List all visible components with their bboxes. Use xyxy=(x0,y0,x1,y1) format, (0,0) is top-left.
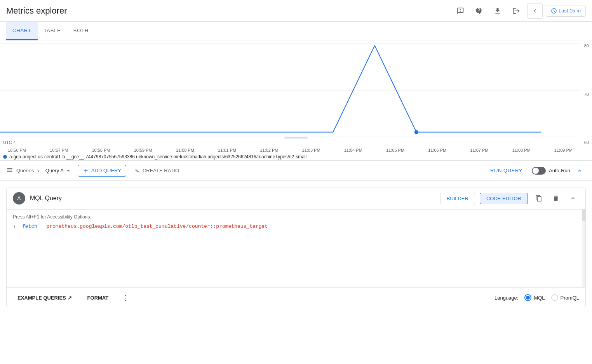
x-label-0: 10:56 PM xyxy=(8,148,26,153)
example-queries-btn[interactable]: EXAMPLE QUERIES ↗ xyxy=(13,293,77,303)
x-label-9: 11:05 PM xyxy=(386,148,404,153)
chart-y-labels: 80 70 60 xyxy=(584,40,589,160)
legend-dot xyxy=(3,155,7,159)
code-url: prometheus.googleapis.com/otlp_test_cumu… xyxy=(46,224,268,229)
y-label-60: 60 xyxy=(584,140,589,145)
auto-run-toggle-track[interactable] xyxy=(532,167,546,175)
queries-icon xyxy=(6,166,13,175)
mql-query-panel: A MQL Query BUILDER CODE EDITOR Press Al… xyxy=(6,187,586,308)
tab-table[interactable]: TABLE xyxy=(38,22,67,40)
download-icon-btn[interactable] xyxy=(490,3,505,19)
x-label-8: 11:04 PM xyxy=(344,148,362,153)
language-selector: Language: MQL PromQL xyxy=(494,294,579,301)
x-label-4: 11:00 PM xyxy=(176,148,194,153)
x-label-6: 11:02 PM xyxy=(260,148,278,153)
code-editor-area[interactable]: Press Alt+F1 for Accessibility Options. … xyxy=(7,210,585,287)
editor-scrollbar[interactable] xyxy=(582,210,585,287)
chart-legend: a-gcp-project us-central1-b __gce__ 7447… xyxy=(3,154,580,159)
code-line-1: 1 fetch prometheus.googleapis.com/otlp_t… xyxy=(7,223,585,230)
query-toolbar: Queries › Query A ADD QUERY CREATE RATIO… xyxy=(0,161,592,181)
more-options-btn[interactable]: ⋮ xyxy=(119,291,132,304)
toggle-knob xyxy=(533,168,539,174)
query-panel-footer: EXAMPLE QUERIES ↗ FORMAT ⋮ Language: MQL… xyxy=(7,287,585,308)
chart-datapoint xyxy=(414,130,418,134)
toolbar-collapse-btn[interactable] xyxy=(573,165,586,177)
run-query-btn[interactable]: RUN QUERY xyxy=(484,165,529,176)
editor-scrollbar-thumb xyxy=(582,210,585,221)
mql-radio-inner xyxy=(526,296,530,300)
promql-radio-option[interactable]: PromQL xyxy=(551,294,579,301)
help-icon-btn[interactable] xyxy=(471,3,487,19)
auto-run-label: Auto-Run xyxy=(549,168,570,173)
mql-label: MQL xyxy=(534,295,545,301)
add-query-label: ADD QUERY xyxy=(91,168,121,173)
query-selector-btn[interactable]: Query A xyxy=(42,166,75,175)
chart-x-labels: 10:56 PM 10:57 PM 10:58 PM 10:59 PM 11:0… xyxy=(0,148,580,153)
chart-area: 80 70 60 UTC-4 10:56 PM 10:57 PM 10:58 P… xyxy=(0,40,592,161)
code-editor-btn[interactable]: CODE EDITOR xyxy=(480,193,528,204)
query-selector-label: Query A xyxy=(45,168,64,173)
view-tab-bar: CHART TABLE BOTH xyxy=(0,22,592,40)
x-label-11: 11:07 PM xyxy=(470,148,488,153)
app-header: Metrics explorer Last 15 m xyxy=(0,0,592,22)
x-label-5: 11:01 PM xyxy=(218,148,236,153)
mql-radio-option[interactable]: MQL xyxy=(524,294,545,301)
query-panel-header: A MQL Query BUILDER CODE EDITOR xyxy=(7,187,585,210)
auto-run-toggle: Auto-Run xyxy=(532,167,570,175)
builder-btn[interactable]: BUILDER xyxy=(440,193,475,204)
chart-timezone: UTC-4 xyxy=(3,140,16,145)
query-avatar: A xyxy=(13,192,25,205)
x-label-1: 10:57 PM xyxy=(50,148,68,153)
x-label-13: 11:09 PM xyxy=(554,148,573,153)
x-label-7: 11:03 PM xyxy=(302,148,320,153)
accessibility-hint: Press Alt+F1 for Accessibility Options. xyxy=(7,213,585,223)
x-label-3: 10:59 PM xyxy=(134,148,152,153)
x-label-12: 11:08 PM xyxy=(512,148,531,153)
legend-text: a-gcp-project us-central1-b __gce__ 7447… xyxy=(9,154,306,159)
language-label: Language: xyxy=(494,295,518,301)
code-content: fetch prometheus.googleapis.com/otlp_tes… xyxy=(22,224,268,229)
feedback-icon-btn[interactable] xyxy=(453,3,468,19)
chart-svg xyxy=(0,43,580,137)
chart-svg-container xyxy=(0,43,580,137)
code-keyword: fetch xyxy=(22,224,37,229)
add-query-btn[interactable]: ADD QUERY xyxy=(78,165,126,177)
chart-scrollbar[interactable] xyxy=(284,137,308,139)
share-icon-btn[interactable] xyxy=(508,3,524,19)
tab-chart[interactable]: CHART xyxy=(6,22,38,40)
x-label-10: 11:06 PM xyxy=(428,148,446,153)
create-ratio-label: CREATE RATIO xyxy=(143,168,179,173)
queries-label: Queries xyxy=(16,168,34,173)
y-label-70: 70 xyxy=(584,92,589,97)
copy-btn[interactable] xyxy=(533,192,545,205)
time-range-label: Last 15 m xyxy=(559,8,581,14)
query-panel-title: MQL Query xyxy=(30,195,435,202)
header-actions: Last 15 m xyxy=(453,3,586,19)
tab-both[interactable]: BOTH xyxy=(67,22,95,40)
time-range-btn[interactable]: Last 15 m xyxy=(546,5,586,17)
x-label-2: 10:58 PM xyxy=(92,148,110,153)
mql-radio-circle xyxy=(524,294,531,301)
create-ratio-btn[interactable]: CREATE RATIO xyxy=(129,165,184,176)
promql-radio-circle xyxy=(551,294,558,301)
app-title: Metrics explorer xyxy=(6,6,67,16)
y-label-80: 80 xyxy=(584,43,589,48)
promql-label: PromQL xyxy=(561,295,579,301)
breadcrumb-chevron: › xyxy=(37,167,39,174)
delete-btn[interactable] xyxy=(550,192,562,205)
line-number: 1 xyxy=(7,224,22,229)
collapse-panel-btn[interactable] xyxy=(567,192,579,205)
format-btn[interactable]: FORMAT xyxy=(83,293,113,303)
collapse-sidebar-btn[interactable] xyxy=(527,3,543,19)
